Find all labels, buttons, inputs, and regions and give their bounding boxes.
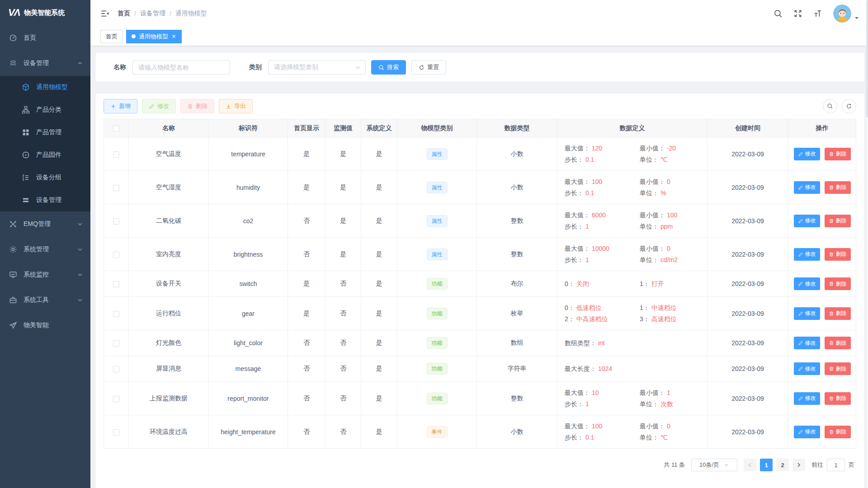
sidebar-item-devices[interactable]: 设备管理	[0, 51, 90, 76]
row-checkbox[interactable]	[113, 185, 119, 191]
sidebar-item-dashboard[interactable]: 首页	[0, 25, 90, 51]
cell-home-display: 否	[288, 330, 326, 356]
delete-button[interactable]: 删除	[180, 99, 214, 113]
toggle-search-icon[interactable]	[823, 99, 837, 113]
avatar[interactable]	[833, 5, 851, 23]
row-edit-button[interactable]: 修改	[794, 426, 820, 438]
sidebar-item-paper-plane[interactable]: 物美智能	[0, 313, 90, 338]
refresh-icon[interactable]	[842, 99, 856, 113]
category-tag: 事件	[427, 426, 448, 438]
sidebar-item-label: 产品管理	[36, 128, 83, 136]
page-button-2[interactable]: 2	[776, 459, 789, 471]
category-tag: 功能	[427, 363, 448, 375]
breadcrumb-home[interactable]: 首页	[118, 9, 130, 18]
row-edit-button[interactable]: 修改	[794, 392, 820, 405]
definition-label: 步长：	[565, 156, 584, 163]
row-delete-button[interactable]: 删除	[825, 181, 851, 194]
row-checkbox[interactable]	[113, 429, 119, 436]
grid-icon	[22, 128, 30, 136]
cell-system-defined: 是	[361, 382, 397, 415]
next-page-button[interactable]	[793, 459, 805, 471]
edit-button[interactable]: 修改	[142, 99, 176, 113]
row-edit-button[interactable]: 修改	[794, 362, 820, 375]
search-button[interactable]: 搜索	[371, 60, 406, 75]
category-filter-select[interactable]: 请选择模型类别	[268, 60, 366, 75]
sidebar-toggle-icon[interactable]	[100, 9, 109, 18]
column-header-4: 系统定义	[361, 119, 397, 137]
row-checkbox[interactable]	[113, 151, 119, 158]
pager: 12	[744, 459, 805, 471]
row-edit-button[interactable]: 修改	[794, 307, 820, 320]
row-checkbox[interactable]	[113, 218, 119, 225]
row-edit-button[interactable]: 修改	[794, 148, 820, 160]
row-checkbox[interactable]	[113, 340, 119, 347]
row-delete-button[interactable]: 删除	[825, 307, 851, 320]
row-checkbox[interactable]	[113, 281, 119, 287]
tab-thing-model[interactable]: 通用物模型	[126, 30, 182, 43]
sidebar-item-grid[interactable]: 产品管理	[0, 121, 90, 144]
row-edit-button[interactable]: 修改	[794, 215, 820, 227]
row-delete-button[interactable]: 删除	[825, 426, 851, 438]
category-filter-label: 类别	[249, 63, 262, 71]
cell-select	[104, 330, 129, 356]
font-size-icon[interactable]	[813, 9, 822, 18]
page-button-1[interactable]: 1	[760, 459, 773, 471]
data-definition-item: 最小值： 1	[640, 388, 700, 397]
row-checkbox[interactable]	[113, 252, 119, 258]
sidebar-item-toolbox[interactable]: 系统工具	[0, 287, 90, 313]
row-checkbox[interactable]	[113, 311, 119, 317]
cell-system-defined: 是	[361, 330, 397, 356]
row-checkbox[interactable]	[113, 396, 119, 402]
sidebar-item-emq[interactable]: EMQ管理	[0, 211, 90, 237]
row-edit-button[interactable]: 修改	[794, 277, 820, 290]
name-filter-input[interactable]	[132, 60, 230, 75]
select-all-checkbox[interactable]	[113, 126, 119, 132]
add-button[interactable]: 新增	[104, 99, 137, 113]
sidebar-item-gear[interactable]: 系统管理	[0, 237, 90, 262]
data-definition-item: 2： 中高速档位	[565, 314, 636, 324]
close-icon[interactable]	[171, 34, 176, 39]
sidebar-item-device-list[interactable]: 设备管理	[0, 189, 90, 211]
sidebar-item-group[interactable]: 设备分组	[0, 166, 90, 189]
row-delete-button[interactable]: 删除	[825, 277, 851, 290]
sidebar-item-cube[interactable]: 通用物模型	[0, 76, 90, 99]
table-row: 上报监测数据report_monitor否否是功能整数最大值： 10最小值： 1…	[104, 382, 856, 415]
cell-created-time: 2022-03-09	[708, 137, 788, 171]
row-delete-button[interactable]: 删除	[825, 392, 851, 405]
search-icon[interactable]	[774, 9, 783, 18]
export-button[interactable]: 导出	[219, 99, 253, 113]
page-size-select[interactable]: 10条/页	[691, 459, 737, 471]
cell-category: 事件	[397, 415, 477, 449]
cell-identifier: message	[209, 356, 288, 382]
cell-select	[104, 137, 129, 171]
prev-page-button[interactable]	[744, 459, 756, 471]
search-button-label: 搜索	[387, 63, 399, 71]
reset-button[interactable]: 重置	[411, 60, 446, 75]
row-delete-button[interactable]: 删除	[825, 215, 851, 227]
sidebar-item-monitor[interactable]: 系统监控	[0, 262, 90, 287]
cell-category: 属性	[397, 171, 477, 204]
sidebar-item-label: 系统工具	[24, 296, 77, 304]
row-delete-button[interactable]: 删除	[825, 337, 851, 349]
cell-home-display: 是	[288, 271, 326, 297]
fullscreen-icon[interactable]	[793, 9, 802, 18]
row-edit-button[interactable]: 修改	[794, 337, 820, 349]
row-checkbox[interactable]	[113, 366, 119, 372]
row-delete-button[interactable]: 删除	[825, 362, 851, 375]
cell-actions: 修改删除	[788, 356, 856, 382]
page-scrollbar[interactable]	[866, 0, 868, 488]
breadcrumb-device-mgmt[interactable]: 设备管理	[140, 9, 165, 18]
row-edit-button[interactable]: 修改	[794, 181, 820, 194]
row-delete-button[interactable]: 删除	[825, 148, 851, 160]
definition-value: 0	[665, 178, 670, 185]
sidebar-item-firmware[interactable]: 产品固件	[0, 144, 90, 166]
row-edit-button[interactable]: 修改	[794, 248, 820, 261]
table-row: 二氧化碳co2否是是属性整数最大值： 6000最小值： 100步长： 1单位： …	[104, 204, 856, 238]
devices-icon	[9, 59, 17, 67]
goto-page-input[interactable]	[827, 459, 845, 471]
user-menu[interactable]	[833, 5, 859, 23]
row-delete-button[interactable]: 删除	[825, 248, 851, 261]
cell-created-time: 2022-03-09	[708, 382, 788, 415]
tab-home[interactable]: 首页	[100, 30, 123, 43]
sidebar-item-tree[interactable]: 产品分类	[0, 99, 90, 121]
